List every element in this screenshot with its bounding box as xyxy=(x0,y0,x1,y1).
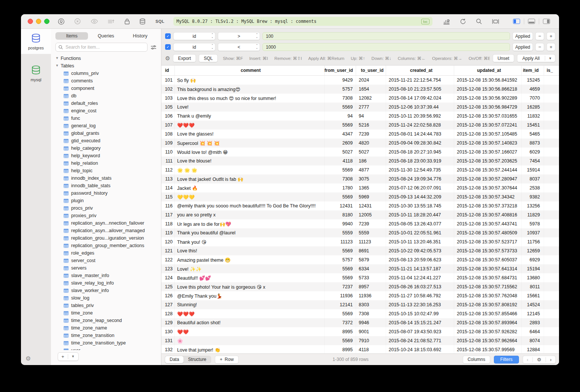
connection-mysql[interactable]: mysql xyxy=(21,61,51,86)
cell-is_[interactable] xyxy=(544,157,559,165)
cell-to_user_id[interactable]: 1654 xyxy=(356,85,386,94)
cell-id[interactable]: 106 xyxy=(161,112,175,121)
cell-id[interactable]: 129 xyxy=(161,318,175,327)
cell-updated_at[interactable]: 2015-12-08 15:30:57.605037 xyxy=(454,255,522,264)
cell-comment[interactable]: Beautiful action shot! xyxy=(175,318,325,327)
cell-to_user_id[interactable]: 5879 xyxy=(356,255,386,264)
add-filter-button[interactable]: + xyxy=(547,32,555,40)
cell-updated_at[interactable]: 2015-12-08 15:30:57.031655 xyxy=(454,112,522,121)
data-tab[interactable]: Data xyxy=(165,356,183,363)
cell-item_id[interactable]: 16285 xyxy=(522,103,544,112)
cell-updated_at[interactable]: 2015-12-08 15:30:56.902289 xyxy=(454,94,522,103)
cell-created_at[interactable]: 2015-11-21 14:13:57.187 xyxy=(386,264,454,273)
cell-item_id[interactable]: 6929 xyxy=(522,255,544,264)
filter-value-input[interactable] xyxy=(262,32,510,40)
column-header-updated_at[interactable]: updated_at xyxy=(454,66,522,75)
cell-to_user_id[interactable]: 1365 xyxy=(356,183,386,192)
cell-is_[interactable] xyxy=(544,273,559,282)
cell-id[interactable]: 122 xyxy=(161,255,175,264)
cell-created_at[interactable]: 2015-09-04 09:28:30.842 xyxy=(386,139,454,148)
cell-created_at[interactable]: 2015-08-10 21:23:57.505 xyxy=(386,85,454,94)
cell-from_user_id[interactable]: 7308 xyxy=(325,174,356,183)
sidebar-table-item[interactable]: plugin xyxy=(55,197,161,204)
cell-from_user_id[interactable]: 11123 xyxy=(325,237,356,246)
cell-comment[interactable]: Love this dress so much 😍 so nice for su… xyxy=(175,94,325,103)
sidebar-table-item[interactable]: engine_cost xyxy=(55,107,161,115)
filter-options-icon[interactable] xyxy=(151,45,157,50)
cell-item_id[interactable]: 2538 xyxy=(522,183,544,192)
cell-updated_at[interactable]: 2015-12-08 15:30:57.762048 xyxy=(454,291,522,300)
filter-operator-select[interactable]: > ⌃⌃ xyxy=(218,32,260,40)
cell-updated_at[interactable]: 2015-12-08 15:30:57.072241 xyxy=(454,121,522,130)
cell-to_user_id[interactable]: 8691 xyxy=(356,246,386,255)
filters-button[interactable]: Filters xyxy=(494,356,519,364)
cell-to_user_id[interactable]: 12431 xyxy=(356,201,386,210)
cell-updated_at[interactable]: 2015-12-08 15:30:57.855466 xyxy=(454,309,522,318)
cell-created_at[interactable]: 2015-08-24 21:08:52.771 xyxy=(386,336,454,345)
cell-updated_at[interactable]: 2015-12-08 15:30:57.280947 xyxy=(454,174,522,183)
cell-from_user_id[interactable]: 9940 xyxy=(325,219,356,228)
refresh-icon[interactable] xyxy=(460,18,466,25)
cell-comment[interactable]: Love the glasses! xyxy=(175,130,325,139)
cell-comment[interactable]: So fly 🙌 xyxy=(175,76,325,85)
cell-created_at[interactable]: 2015-10-15 10:02:47.99 xyxy=(386,309,454,318)
cell-is_[interactable] xyxy=(544,237,559,246)
cell-created_at[interactable]: 2015-08-24 19:09:34.776 xyxy=(386,174,454,183)
cell-id[interactable]: 123 xyxy=(161,264,175,273)
column-header-id[interactable]: id xyxy=(161,66,175,75)
cell-id[interactable]: 103 xyxy=(161,94,175,103)
cell-from_user_id[interactable]: 12431 xyxy=(325,201,356,210)
cell-to_user_id[interactable]: 4820 xyxy=(356,139,386,148)
cell-is_[interactable] xyxy=(544,121,559,130)
cell-created_at[interactable]: 2015-08-14 17:09:42.024 xyxy=(386,94,454,103)
cell-comment[interactable]: Thank you beautiful @laurel xyxy=(175,228,325,237)
database-icon[interactable] xyxy=(139,18,146,25)
sidebar-table-item[interactable]: help_category xyxy=(55,145,161,152)
cell-is_[interactable] xyxy=(544,291,559,300)
cell-updated_at[interactable]: 2015-12-08 15:30:57.480509 xyxy=(454,228,522,237)
tree-group-functions[interactable]: ▼ Functions xyxy=(55,55,161,62)
cell-comment[interactable]: Jacket 🔥 xyxy=(175,183,325,192)
cell-updated_at[interactable]: 2015-12-08 15:30:57.99569 xyxy=(454,345,522,353)
cell-comment[interactable]: ❤️❤️❤️ xyxy=(175,309,325,318)
cell-is_[interactable] xyxy=(544,345,559,353)
apply-all-dropdown[interactable]: ▼ xyxy=(545,57,555,60)
cell-to_user_id[interactable]: 5559 xyxy=(356,228,386,237)
cell-created_at[interactable]: 2015-08-26 16:03:27.513 xyxy=(386,282,454,291)
cell-updated_at[interactable]: 2015-12-08 15:30:57.641314 xyxy=(454,264,522,273)
sidebar-table-item[interactable]: slow_log xyxy=(55,294,161,302)
cell-to_user_id[interactable]: 186 xyxy=(356,157,386,165)
sidebar-table-item[interactable]: comments xyxy=(55,77,161,85)
sidebar-table-item[interactable]: replication_group_member_actions xyxy=(55,242,161,249)
column-header-from_user_id[interactable]: from_user_id xyxy=(325,66,356,75)
cell-item_id[interactable]: 8011 xyxy=(522,282,544,291)
cell-item_id[interactable]: 15245 xyxy=(522,76,544,85)
cell-id[interactable]: 131 xyxy=(161,336,175,345)
filter-value-input[interactable] xyxy=(262,43,510,51)
cell-id[interactable]: 116 xyxy=(161,201,175,210)
cell-created_at[interactable]: 2015-10-22 09:42:05.573 xyxy=(386,246,454,255)
cell-created_at[interactable]: 2015-08-14 15:15:21.247 xyxy=(386,318,454,327)
cell-updated_at[interactable]: 2015-12-08 15:30:56.866218 xyxy=(454,85,522,94)
cell-id[interactable]: 124 xyxy=(161,273,175,282)
cell-to_user_id[interactable]: 5969 xyxy=(356,192,386,201)
filter-checkbox[interactable]: ✓ xyxy=(165,44,171,50)
add-item-dropdown[interactable]: ▼ xyxy=(68,355,78,358)
add-filter-button[interactable]: + xyxy=(547,43,555,51)
sql-editor-button[interactable]: SQL xyxy=(155,19,164,24)
cell-item_id[interactable]: 15914 xyxy=(522,165,544,174)
cell-created_at[interactable]: 2015-08-07 19:43:50.923 xyxy=(386,327,454,336)
cell-item_id[interactable]: 15661 xyxy=(522,291,544,300)
cell-id[interactable]: 121 xyxy=(161,246,175,255)
cell-to_user_id[interactable]: 8303 xyxy=(356,300,386,309)
cell-comment[interactable]: Stunning! xyxy=(175,300,325,309)
next-page-icon[interactable]: › xyxy=(546,357,556,362)
remove-filter-button[interactable]: − xyxy=(535,32,544,40)
sidebar-table-item[interactable]: help_topic xyxy=(55,167,161,174)
cell-id[interactable]: 110 xyxy=(161,148,175,157)
cell-from_user_id[interactable]: 5559 xyxy=(325,228,356,237)
cell-from_user_id[interactable]: 9429 xyxy=(325,76,356,85)
cell-comment[interactable]: 💛💛💛 xyxy=(175,192,325,201)
cell-to_user_id[interactable]: 4118 xyxy=(356,345,386,353)
cell-created_at[interactable]: 2015-08-18 23:00:33.919 xyxy=(386,157,454,165)
